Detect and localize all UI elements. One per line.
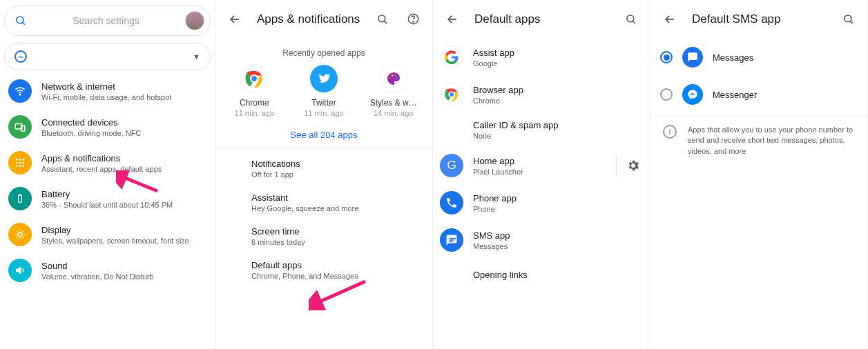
recent-app-styles[interactable]: Styles & w… 14 min. ago (363, 65, 425, 117)
filter-dropdown[interactable]: − ▼ (4, 43, 211, 70)
svg-point-12 (19, 165, 21, 167)
settings-item-apps-notifications[interactable]: Apps & notifications Assistant, recent a… (0, 145, 215, 181)
settings-item-sub: Styles, wallpapers, screen timeout, font… (41, 237, 189, 245)
search-placeholder: Search settings (27, 15, 185, 26)
row-title: Phone app (473, 193, 640, 203)
default-app-assist[interactable]: Assist app Google (433, 39, 650, 76)
svg-point-28 (394, 74, 396, 77)
back-button[interactable] (225, 10, 244, 29)
info-row: i Apps that allow you to use your phone … (650, 116, 867, 165)
messages-icon (440, 228, 463, 252)
gear-icon[interactable] (616, 154, 640, 177)
apps-row-notifications[interactable]: Notifications Off for 1 app (215, 152, 432, 186)
default-app-home[interactable]: G Home app Pixel Launcher (433, 147, 650, 184)
row-title: Screen time (251, 226, 432, 237)
row-text: Home app Pixel Launcher (473, 156, 606, 176)
apps-row-assistant[interactable]: Assistant Hey Google, squeeze and more (215, 186, 432, 219)
row-title: Opening links (473, 270, 640, 280)
settings-item-title: Display (41, 225, 189, 235)
settings-item-connected-devices[interactable]: Connected devices Bluetooth, driving mod… (0, 109, 215, 145)
back-button[interactable] (660, 10, 679, 29)
recent-app-twitter[interactable]: Twitter 11 min. ago (293, 65, 355, 117)
svg-line-1 (22, 22, 25, 25)
settings-item-sound[interactable]: Sound Volume, vibration, Do Not Disturb (0, 252, 215, 288)
recent-app-time: 11 min. ago (304, 109, 343, 117)
svg-point-27 (391, 74, 393, 77)
settings-item-sub: 36% - Should last until about 10:45 PM (41, 201, 173, 209)
settings-item-title: Sound (41, 261, 154, 271)
option-label: Messages (713, 52, 753, 63)
apps-icon (8, 151, 32, 174)
svg-point-0 (17, 17, 23, 23)
svg-point-6 (19, 159, 21, 161)
recent-app-chrome[interactable]: Chrome 11 min. ago (223, 65, 285, 117)
chevron-down-icon: ▼ (193, 52, 200, 61)
back-button[interactable] (443, 10, 462, 29)
row-text: Assist app Google (473, 48, 640, 68)
search-icon[interactable] (374, 10, 392, 28)
svg-point-37 (845, 15, 851, 22)
pixel-launcher-icon: G (440, 154, 463, 177)
messages-icon (682, 47, 703, 68)
row-sub: Chrome (473, 97, 640, 105)
pane-header: Apps & notifications (215, 0, 432, 39)
apps-row-screen-time[interactable]: Screen time 6 minutes today (215, 219, 432, 253)
settings-item-title: Network & internet (41, 81, 171, 92)
row-sub: 6 minutes today (251, 238, 432, 246)
search-icon[interactable] (622, 10, 640, 28)
default-app-browser[interactable]: Browser app Chrome (433, 76, 650, 113)
default-app-phone[interactable]: Phone app Phone (433, 184, 650, 221)
default-app-sms[interactable]: SMS app Messages (433, 221, 650, 259)
svg-point-22 (413, 21, 414, 22)
settings-item-text: Apps & notifications Assistant, recent a… (41, 153, 162, 173)
row-sub: None (473, 132, 640, 140)
default-app-opening-links[interactable]: Opening links (433, 259, 650, 287)
search-icon (15, 14, 27, 27)
recent-app-name: Styles & w… (370, 98, 417, 108)
row-sub: Phone (473, 205, 640, 213)
row-title: Home app (473, 156, 606, 166)
battery-icon (8, 187, 32, 210)
row-sub: Google (473, 59, 640, 68)
settings-root-pane: Search settings − ▼ Network & internet W… (0, 0, 215, 349)
settings-item-network[interactable]: Network & internet Wi-Fi, mobile, data u… (0, 73, 215, 109)
search-settings-input[interactable]: Search settings (4, 6, 211, 36)
page-title: Default SMS app (692, 12, 827, 26)
row-title: Browser app (473, 85, 640, 95)
info-icon: i (663, 125, 677, 139)
row-title: Notifications (251, 159, 432, 169)
svg-point-2 (19, 94, 21, 96)
row-sub: Pixel Launcher (473, 168, 606, 176)
svg-point-7 (22, 159, 24, 161)
avatar[interactable] (185, 11, 204, 30)
see-all-apps-link[interactable]: See all 204 apps (215, 117, 432, 148)
row-text: Opening links (473, 270, 640, 280)
divider (215, 148, 432, 149)
recent-app-time: 11 min. ago (235, 109, 274, 117)
help-icon[interactable] (404, 10, 423, 28)
settings-item-title: Apps & notifications (41, 153, 162, 163)
phone-icon (440, 191, 463, 215)
svg-line-20 (384, 21, 387, 23)
settings-item-title: Connected devices (41, 117, 141, 128)
svg-line-38 (850, 21, 853, 23)
info-text: Apps that allow you to use your phone nu… (688, 125, 855, 157)
settings-item-display[interactable]: Display Styles, wallpapers, screen timeo… (0, 217, 215, 252)
sms-option-messages[interactable]: Messages (650, 39, 867, 76)
page-title: Apps & notifications (257, 12, 361, 26)
row-text: Phone app Phone (473, 193, 640, 213)
settings-item-text: Display Styles, wallpapers, screen timeo… (41, 225, 189, 245)
search-icon[interactable] (840, 10, 858, 28)
twitter-icon (310, 65, 338, 92)
svg-point-13 (22, 165, 24, 167)
default-app-caller-id[interactable]: Caller ID & spam app None (433, 113, 650, 147)
apps-row-default-apps[interactable]: Default apps Chrome, Phone, and Messages (215, 253, 432, 287)
chrome-icon (440, 83, 463, 106)
svg-point-19 (378, 15, 385, 22)
svg-point-8 (16, 162, 18, 164)
svg-rect-14 (19, 195, 22, 202)
svg-line-33 (633, 21, 635, 23)
sms-option-messenger[interactable]: Messenger (650, 76, 867, 113)
row-title: Assist app (473, 48, 640, 58)
settings-item-battery[interactable]: Battery 36% - Should last until about 10… (0, 181, 215, 217)
